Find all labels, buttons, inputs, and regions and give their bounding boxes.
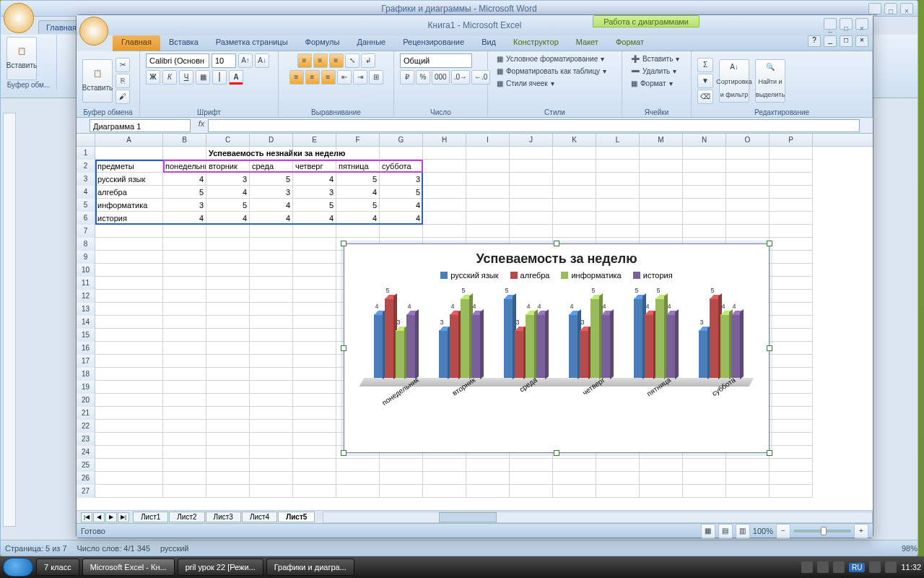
paste-button-word[interactable]: 📋Вставить	[6, 37, 37, 80]
cell[interactable]	[380, 472, 423, 485]
cell[interactable]	[466, 459, 510, 472]
cell[interactable]	[510, 199, 553, 212]
column-header[interactable]: G	[380, 134, 423, 146]
cell[interactable]	[250, 303, 293, 316]
cell[interactable]	[770, 277, 813, 290]
cell[interactable]	[293, 472, 336, 485]
sheet-tab[interactable]: Лист4	[242, 512, 277, 522]
column-headers[interactable]: ABCDEFGHIJKLMNOP	[77, 134, 873, 147]
cell[interactable]	[206, 225, 250, 238]
cell[interactable]	[206, 381, 250, 394]
cell[interactable]	[206, 264, 250, 277]
cell[interactable]	[250, 485, 293, 498]
cell[interactable]	[163, 342, 206, 355]
column-header[interactable]: A	[95, 134, 163, 146]
cell[interactable]	[423, 160, 466, 173]
cell[interactable]	[293, 303, 336, 316]
cell[interactable]	[726, 147, 770, 160]
cell[interactable]	[95, 459, 163, 472]
column-header[interactable]: E	[293, 134, 336, 146]
row-header[interactable]: 10	[77, 264, 95, 277]
cell[interactable]: 5	[163, 186, 206, 199]
column-header[interactable]: F	[336, 134, 380, 146]
cell[interactable]: 3	[293, 186, 336, 199]
cell[interactable]: 3	[380, 173, 423, 186]
cell[interactable]: русский язык	[95, 173, 163, 186]
cell[interactable]	[250, 420, 293, 433]
cell[interactable]	[770, 212, 813, 225]
row-header[interactable]: 15	[77, 329, 95, 342]
delete-cells-button[interactable]: ➖ Удалить▾	[628, 66, 679, 77]
resize-handle[interactable]	[554, 241, 559, 246]
cell[interactable]	[510, 186, 553, 199]
cell[interactable]: 4	[163, 173, 206, 186]
cell[interactable]	[423, 147, 466, 160]
cell[interactable]	[250, 290, 293, 303]
tab-layout[interactable]: Макет	[567, 35, 607, 51]
cell[interactable]	[380, 225, 423, 238]
cell[interactable]	[95, 329, 163, 342]
zoom-in-button[interactable]: +	[854, 524, 868, 538]
row-header[interactable]: 7	[77, 225, 95, 238]
cell[interactable]: 5	[336, 173, 380, 186]
clock[interactable]: 11:32	[901, 563, 921, 571]
cell[interactable]	[770, 316, 813, 329]
cell[interactable]	[423, 173, 466, 186]
cell[interactable]	[293, 238, 336, 251]
cell[interactable]	[596, 199, 640, 212]
cell[interactable]	[553, 472, 596, 485]
insert-cells-button[interactable]: ➕ Вставить▾	[628, 53, 682, 64]
increase-font-icon[interactable]: A↑	[238, 53, 253, 68]
format-cells-button[interactable]: ▦ Формат▾	[628, 78, 676, 89]
cell[interactable]	[770, 186, 813, 199]
row-header[interactable]: 23	[77, 433, 95, 446]
cell[interactable]	[250, 472, 293, 485]
cell[interactable]	[250, 329, 293, 342]
cell[interactable]	[466, 212, 510, 225]
taskbar-item[interactable]: pril урок 22 [Режи...	[178, 558, 263, 576]
cell[interactable]	[95, 407, 163, 420]
cell[interactable]	[596, 186, 640, 199]
cell[interactable]	[596, 212, 640, 225]
cell[interactable]	[163, 251, 206, 264]
row-header[interactable]: 17	[77, 355, 95, 368]
column-header[interactable]: M	[640, 134, 683, 146]
cell[interactable]	[293, 329, 336, 342]
cell[interactable]	[250, 433, 293, 446]
cell[interactable]	[726, 459, 770, 472]
tray-icon[interactable]	[833, 561, 845, 573]
cell[interactable]	[726, 173, 770, 186]
row-header[interactable]: 22	[77, 420, 95, 433]
cell[interactable]	[726, 225, 770, 238]
cell[interactable]	[95, 251, 163, 264]
cell[interactable]	[250, 381, 293, 394]
cell[interactable]	[95, 277, 163, 290]
cell[interactable]	[95, 290, 163, 303]
cell[interactable]	[163, 459, 206, 472]
row-header[interactable]: 1	[77, 147, 95, 160]
column-header[interactable]: N	[683, 134, 726, 146]
tab-format[interactable]: Формат	[607, 35, 653, 51]
italic-button[interactable]: К	[162, 70, 177, 85]
cell[interactable]	[596, 459, 640, 472]
cell[interactable]	[683, 160, 726, 173]
cell[interactable]	[163, 433, 206, 446]
cell[interactable]	[206, 485, 250, 498]
cell[interactable]	[206, 290, 250, 303]
cell[interactable]: 4	[206, 186, 250, 199]
tab-formulas[interactable]: Формулы	[297, 35, 349, 51]
align-left-icon[interactable]: ≡	[289, 70, 304, 85]
cell[interactable]	[163, 368, 206, 381]
cell[interactable]	[95, 316, 163, 329]
cell[interactable]	[510, 147, 553, 160]
fx-icon[interactable]: fx	[195, 119, 208, 132]
cell[interactable]	[95, 446, 163, 459]
horizontal-scrollbar[interactable]	[323, 512, 873, 523]
cell[interactable]	[95, 394, 163, 407]
cell[interactable]	[423, 225, 466, 238]
cell[interactable]	[640, 160, 683, 173]
row-header[interactable]: 11	[77, 277, 95, 290]
align-center-icon[interactable]: ≡	[305, 70, 320, 85]
cell[interactable]	[596, 173, 640, 186]
row-header[interactable]: 24	[77, 446, 95, 459]
